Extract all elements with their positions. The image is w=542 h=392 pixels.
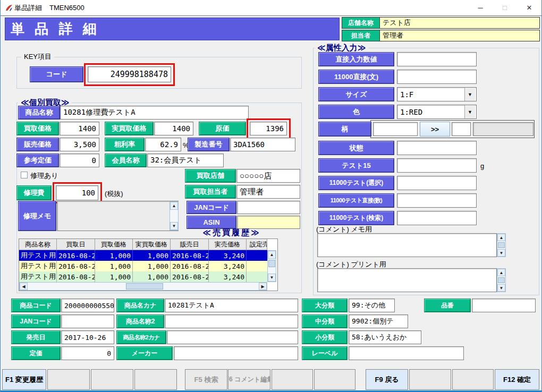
hinban-field[interactable]: [472, 299, 536, 312]
cost-field[interactable]: 1396: [250, 122, 287, 135]
history-col-header[interactable]: 実買取価格: [133, 239, 171, 250]
scroll-up-icon[interactable]: ▲: [497, 269, 505, 276]
code-field[interactable]: 249998188478: [88, 66, 171, 82]
fkey-f5-button[interactable]: F5 検索: [185, 369, 227, 390]
history-col-header[interactable]: 買取価格: [95, 239, 133, 250]
repair-memo-field[interactable]: [57, 201, 179, 231]
pattern-expand-button[interactable]: >>: [420, 122, 450, 137]
comment-memo-field[interactable]: [317, 233, 497, 257]
member-field[interactable]: 32:会員テスト: [147, 154, 224, 167]
history-cell[interactable]: 用テスト用: [19, 261, 57, 271]
repair-memo-scrollbar[interactable]: ▲ ▼: [170, 201, 179, 231]
store-name-field[interactable]: テスト店: [379, 17, 540, 29]
release-date-field[interactable]: 2017-10-26: [61, 330, 114, 344]
jan-code-field[interactable]: [237, 201, 300, 214]
fkey-f1-button[interactable]: F1 変更履歴: [2, 369, 46, 390]
jan-master-field[interactable]: [61, 314, 114, 328]
vscroll-thumb[interactable]: [498, 242, 505, 248]
scroll-down-icon[interactable]: ▼: [170, 222, 178, 230]
list-price-field[interactable]: 0: [61, 346, 114, 360]
test-direct-field[interactable]: [397, 193, 477, 208]
hscroll-thumb[interactable]: [126, 283, 163, 289]
product-name-field[interactable]: 10281修理費テストA: [60, 106, 249, 120]
direct-text-field[interactable]: [397, 70, 477, 84]
history-cell[interactable]: 2016-08-26: [57, 261, 95, 271]
history-cell[interactable]: 1,000: [133, 271, 171, 282]
scroll-down-icon[interactable]: ▼: [268, 274, 276, 282]
scroll-up-icon[interactable]: ▲: [170, 202, 178, 210]
direct-num-field[interactable]: [397, 52, 477, 66]
fkey-f6-button[interactable]: F6 コメント編集: [228, 369, 270, 390]
history-cell[interactable]: 2016-08-26: [171, 250, 209, 261]
pattern-code-field[interactable]: [452, 122, 471, 136]
maximize-icon[interactable]: □: [493, 0, 517, 15]
history-cell[interactable]: 3,240: [209, 261, 247, 271]
buy-price-field[interactable]: 1400: [60, 122, 99, 135]
asin-field[interactable]: [237, 216, 300, 229]
vscroll-thumb[interactable]: [498, 277, 505, 283]
test-search-field[interactable]: [397, 211, 477, 225]
history-cell[interactable]: 1,000: [95, 261, 133, 271]
category-s-field[interactable]: 58:あいうえおか: [349, 330, 421, 344]
category-l-field[interactable]: 99:その他: [349, 299, 395, 312]
repair-fee-field[interactable]: 100: [56, 185, 98, 200]
margin-field[interactable]: 62.9: [145, 138, 181, 151]
history-col-header[interactable]: 販売日: [171, 239, 209, 250]
condition-field[interactable]: [397, 141, 477, 155]
history-cell[interactable]: 1,000: [133, 261, 171, 271]
label-field[interactable]: [349, 346, 464, 360]
history-col-header[interactable]: 実売価格: [209, 239, 247, 250]
sell-price-field[interactable]: 3,500: [60, 138, 99, 151]
product-kana-field[interactable]: 10281テストA: [165, 299, 298, 312]
serial-field[interactable]: 3DA1560: [230, 138, 295, 151]
scroll-down-icon[interactable]: ▼: [497, 284, 505, 292]
buy-staff-field[interactable]: 管理者: [236, 185, 300, 199]
vscroll-thumb[interactable]: [268, 260, 275, 267]
comment-print-scrollbar[interactable]: ▲ ▼: [497, 268, 506, 292]
pattern-field[interactable]: [373, 122, 418, 136]
name2-kana-field[interactable]: [167, 330, 298, 344]
test15-field[interactable]: [397, 158, 477, 173]
history-cell[interactable]: 1,000: [95, 250, 133, 261]
history-cell[interactable]: 2016-08-26: [171, 261, 209, 271]
fkey-f9-button[interactable]: F9 戻る: [366, 369, 408, 390]
history-cell[interactable]: 用テスト用: [19, 250, 57, 261]
history-cell[interactable]: 2016-08-26: [57, 271, 95, 282]
staff-field[interactable]: 管理者: [379, 30, 540, 41]
comment-print-field[interactable]: [317, 268, 497, 292]
actual-buy-price-field[interactable]: 1400: [154, 122, 193, 135]
minimize-icon[interactable]: ─: [468, 0, 493, 15]
buy-store-field[interactable]: ○○○○○店: [236, 169, 300, 183]
test-select-field[interactable]: [397, 176, 477, 190]
scroll-down-icon[interactable]: ▼: [497, 249, 505, 257]
history-vscrollbar[interactable]: ▲ ▼: [267, 250, 276, 282]
history-cell[interactable]: 2016-08-26: [171, 271, 209, 282]
scroll-right-icon[interactable]: ▶: [259, 283, 267, 290]
color-dropdown-icon[interactable]: ▼: [464, 105, 475, 118]
size-dropdown-icon[interactable]: ▼: [464, 88, 475, 101]
scroll-left-icon[interactable]: ◀: [20, 283, 28, 290]
history-cell[interactable]: 2016-08-26: [57, 250, 95, 261]
fkey-f12-button[interactable]: F12 確定: [495, 369, 539, 390]
scroll-up-icon[interactable]: ▲: [268, 251, 276, 259]
history-cell[interactable]: [247, 271, 267, 282]
comment-memo-scrollbar[interactable]: ▲ ▼: [497, 233, 506, 257]
history-cell[interactable]: 3,240: [209, 271, 247, 282]
history-cell[interactable]: [247, 261, 267, 271]
history-cell[interactable]: 用テスト用: [19, 271, 57, 282]
repair-checkbox[interactable]: [21, 172, 28, 178]
history-col-header[interactable]: 商品名称: [19, 239, 57, 250]
history-cell[interactable]: [247, 250, 267, 261]
history-col-header[interactable]: 設定売: [247, 239, 267, 250]
maker-field[interactable]: [174, 346, 298, 360]
product-code-field[interactable]: 200000000550: [61, 299, 114, 312]
history-cell[interactable]: 3,240: [209, 250, 247, 261]
history-col-header[interactable]: 買取日: [57, 239, 95, 250]
name2-field[interactable]: [165, 314, 298, 328]
history-cell[interactable]: 1,000: [133, 250, 171, 261]
history-cell[interactable]: 1,000: [95, 271, 133, 282]
scroll-up-icon[interactable]: ▲: [497, 234, 505, 241]
close-icon[interactable]: ✕: [517, 0, 541, 15]
ref-price-field[interactable]: 0: [60, 154, 99, 167]
history-hscrollbar[interactable]: ◀ ▶: [19, 282, 267, 291]
